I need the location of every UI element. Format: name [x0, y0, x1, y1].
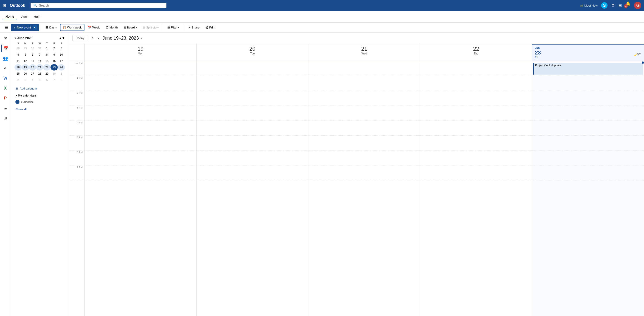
day-body-col-4[interactable]: Project Cool - Update: [532, 61, 644, 316]
time-cell[interactable]: [420, 76, 532, 91]
time-cell[interactable]: [196, 106, 308, 121]
day-view-button[interactable]: ☰ Day ▾: [43, 24, 59, 31]
day-body-col-3[interactable]: [420, 61, 532, 316]
mini-cal-day[interactable]: 11: [14, 58, 22, 64]
time-cell[interactable]: [420, 165, 532, 180]
time-cell[interactable]: [308, 136, 420, 151]
settings-toggle-icon[interactable]: ⚙: [611, 3, 615, 8]
nav-mail-icon[interactable]: ✉: [1, 34, 10, 42]
time-cell[interactable]: [196, 91, 308, 106]
skype-icon[interactable]: S: [601, 2, 608, 8]
mini-cal-day[interactable]: 30: [50, 71, 58, 77]
mini-cal-day[interactable]: 13: [29, 58, 36, 64]
nav-people-icon[interactable]: 👥: [1, 54, 10, 62]
mini-cal-day[interactable]: 30: [29, 45, 36, 51]
grid-apps-icon[interactable]: ⊞: [618, 3, 622, 8]
my-calendars-toggle[interactable]: ▾ My calendars: [16, 94, 64, 97]
mini-cal-collapse-icon[interactable]: ▾: [14, 36, 16, 40]
nav-calendar-icon[interactable]: 📅: [1, 44, 10, 52]
board-view-button[interactable]: ⊞ Board ▾: [121, 24, 140, 31]
time-cell[interactable]: [85, 91, 196, 106]
month-view-button[interactable]: 🗓 Month: [103, 24, 120, 31]
tab-home[interactable]: Home: [3, 13, 17, 20]
mini-cal-day[interactable]: 12: [22, 58, 29, 64]
time-cell[interactable]: [532, 165, 644, 180]
mini-cal-day[interactable]: 31: [36, 45, 44, 51]
new-event-dropdown-arrow[interactable]: ▾: [32, 25, 37, 30]
time-cell[interactable]: [85, 121, 196, 136]
add-calendar-button[interactable]: ⊞ Add calendar: [13, 85, 67, 92]
time-cell[interactable]: [308, 76, 420, 91]
nav-onedrive-icon[interactable]: ☁: [1, 104, 10, 112]
time-cell[interactable]: [85, 165, 196, 180]
mini-cal-day[interactable]: 3: [58, 45, 65, 51]
day-body-col-1[interactable]: [196, 61, 308, 316]
calendar-title-chevron[interactable]: ▾: [140, 37, 142, 40]
mini-cal-day[interactable]: 23: [50, 64, 58, 71]
mini-cal-day[interactable]: 29: [22, 45, 29, 51]
mini-cal-day[interactable]: 1: [58, 71, 65, 77]
time-cell[interactable]: [420, 121, 532, 136]
mini-cal-day[interactable]: 9: [50, 51, 58, 58]
mini-cal-day[interactable]: 25: [14, 71, 22, 77]
time-cell[interactable]: [420, 106, 532, 121]
mini-cal-day[interactable]: 10: [58, 51, 65, 58]
mini-cal-day[interactable]: 7: [50, 77, 58, 83]
mini-cal-day[interactable]: 3: [22, 77, 29, 83]
mini-cal-day[interactable]: 5: [36, 77, 44, 83]
mini-cal-day[interactable]: 6: [29, 51, 36, 58]
today-button[interactable]: Today: [72, 35, 88, 41]
new-event-button[interactable]: ＋ New event ▾: [11, 24, 39, 31]
mini-cal-day[interactable]: 16: [50, 58, 58, 64]
time-cell[interactable]: [85, 136, 196, 151]
nav-excel-icon[interactable]: X: [1, 84, 10, 92]
time-cell[interactable]: [85, 106, 196, 121]
filter-button[interactable]: ⊟ Filter ▾: [165, 24, 182, 31]
mini-cal-day[interactable]: 2: [14, 77, 22, 83]
time-cell[interactable]: [420, 91, 532, 106]
mini-cal-day[interactable]: 8: [43, 51, 50, 58]
mini-cal-day[interactable]: 4: [29, 77, 36, 83]
mini-cal-day[interactable]: 5: [22, 51, 29, 58]
mini-cal-day[interactable]: 4: [14, 51, 22, 58]
week-view-button[interactable]: 📅 Week: [85, 24, 102, 31]
time-cell[interactable]: [196, 76, 308, 91]
meet-now-button[interactable]: 📹 Meet Now: [580, 4, 598, 7]
next-week-button[interactable]: ›: [96, 35, 101, 41]
mini-cal-day[interactable]: 14: [36, 58, 44, 64]
mini-cal-prev-year[interactable]: ▲: [59, 36, 62, 40]
time-cell[interactable]: [532, 91, 644, 106]
mini-cal-day[interactable]: 6: [43, 77, 50, 83]
nav-word-icon[interactable]: W: [1, 74, 10, 82]
share-button[interactable]: ↗ Share: [186, 24, 202, 31]
prev-week-button[interactable]: ‹: [90, 35, 95, 41]
hamburger-icon[interactable]: ☰: [3, 24, 10, 31]
mini-cal-day[interactable]: 19: [22, 64, 29, 71]
time-cell[interactable]: [532, 151, 644, 165]
time-cell[interactable]: [532, 136, 644, 151]
time-cell[interactable]: [532, 76, 644, 91]
time-cell[interactable]: [420, 136, 532, 151]
time-cell[interactable]: [308, 165, 420, 180]
mini-cal-day[interactable]: 1: [43, 45, 50, 51]
time-cell[interactable]: [308, 91, 420, 106]
avatar[interactable]: AS: [634, 2, 641, 9]
mini-cal-day[interactable]: 22: [43, 64, 50, 71]
time-cell[interactable]: [196, 136, 308, 151]
mini-cal-day[interactable]: 28: [14, 45, 22, 51]
mini-cal-day[interactable]: 15: [43, 58, 50, 64]
notification-area[interactable]: 🔔 4: [626, 1, 630, 10]
time-cell[interactable]: [532, 121, 644, 136]
tab-help[interactable]: Help: [31, 13, 43, 20]
mini-cal-day[interactable]: 7: [36, 51, 44, 58]
time-cell[interactable]: [308, 151, 420, 165]
mini-cal-day[interactable]: 29: [43, 71, 50, 77]
mini-cal-day[interactable]: 26: [22, 71, 29, 77]
time-cell[interactable]: [420, 151, 532, 165]
day-body-col-0[interactable]: [85, 61, 196, 316]
time-cell[interactable]: [85, 76, 196, 91]
show-all-button[interactable]: Show all: [13, 107, 67, 112]
event-block[interactable]: Project Cool - Update: [533, 63, 643, 75]
time-cell[interactable]: [196, 165, 308, 180]
calendar-checkbox[interactable]: ✓: [16, 100, 20, 104]
